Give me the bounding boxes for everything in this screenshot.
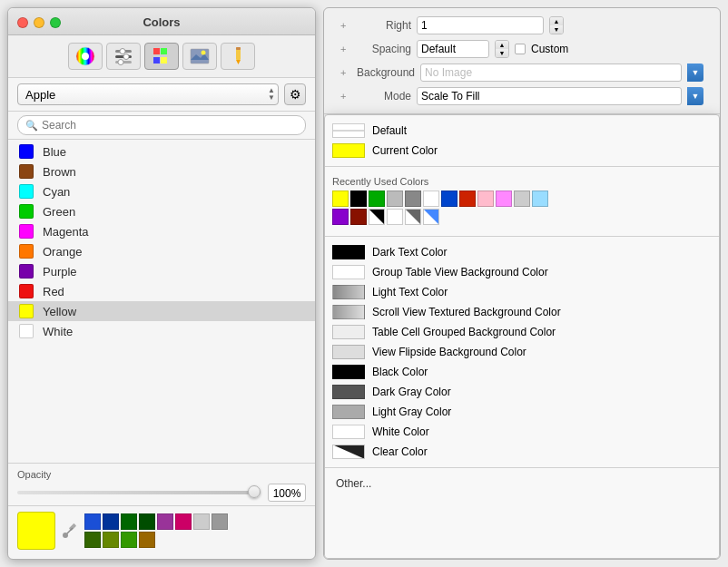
background-value[interactable]: No Image <box>420 64 682 82</box>
palette-select[interactable]: Apple <box>17 83 279 105</box>
opacity-thumb[interactable] <box>248 485 261 498</box>
spacing-value[interactable]: Default <box>417 40 489 58</box>
color-list-item[interactable]: Green <box>8 201 315 221</box>
menu-item-system-color[interactable]: Light Gray Color <box>325 402 719 422</box>
recent-swatch-lightblue[interactable] <box>532 191 548 207</box>
menu-item-system-color[interactable]: Dark Gray Color <box>325 382 719 402</box>
recent-swatch-white2[interactable] <box>387 209 403 225</box>
system-color-name: View Flipside Background Color <box>372 346 526 358</box>
right-step-up[interactable]: ▲ <box>550 17 563 25</box>
palette-swatch[interactable] <box>84 513 101 530</box>
swatches-row <box>17 512 306 550</box>
palette-select-wrapper[interactable]: Apple ▲ ▼ <box>17 83 279 105</box>
recently-used-section: Recently Used Colors <box>325 172 719 230</box>
recent-swatch-gray[interactable] <box>405 191 421 207</box>
recent-swatch-diag1[interactable] <box>369 209 385 225</box>
right-step-down[interactable]: ▼ <box>550 25 563 34</box>
palette-swatch[interactable] <box>175 513 192 530</box>
recent-swatch-purple[interactable] <box>332 209 349 225</box>
tab-sliders[interactable] <box>106 43 141 70</box>
expand-right[interactable]: + <box>340 20 351 31</box>
menu-item-system-color[interactable]: Light Text Color <box>325 282 719 302</box>
palette-swatch[interactable] <box>103 513 119 530</box>
spacing-stepper[interactable]: ▲ ▼ <box>495 40 509 58</box>
color-name: Orange <box>43 245 82 259</box>
color-list-item[interactable]: Red <box>8 281 315 301</box>
menu-item-current-color[interactable]: Current Color <box>325 141 719 161</box>
tab-pencil[interactable] <box>221 43 255 70</box>
divider-1 <box>325 166 719 167</box>
custom-checkbox[interactable] <box>515 44 526 54</box>
color-list-item[interactable]: Brown <box>8 161 315 181</box>
right-stepper[interactable]: ▲ ▼ <box>549 16 564 34</box>
svg-point-14 <box>202 51 206 55</box>
menu-item-default[interactable]: Default <box>325 121 719 141</box>
right-panel: + Right 1 ▲ ▼ + Spacing Default ▲ ▼ Cust… <box>323 7 721 560</box>
recent-swatch-blue[interactable] <box>441 191 457 207</box>
menu-item-system-color[interactable]: Scroll View Textured Background Color <box>325 302 719 322</box>
palette-swatch[interactable] <box>121 513 137 530</box>
recent-swatch-cornblue[interactable] <box>423 209 439 225</box>
tab-wheel[interactable] <box>68 43 103 70</box>
recent-swatch-yellow[interactable] <box>332 191 349 207</box>
palette-swatch[interactable] <box>212 513 228 530</box>
gear-button[interactable]: ⚙ <box>284 83 306 105</box>
recent-swatch-green[interactable] <box>369 191 385 207</box>
menu-item-system-color[interactable]: White Color <box>325 422 719 442</box>
color-list-item[interactable]: Blue <box>8 142 315 161</box>
palette-swatch[interactable] <box>139 513 155 530</box>
palette-swatch[interactable] <box>84 532 101 548</box>
spacing-step-down[interactable]: ▼ <box>496 49 508 57</box>
recent-swatch-lightgray[interactable] <box>387 191 403 207</box>
minimize-button[interactable] <box>34 17 44 28</box>
color-list-item[interactable]: Yellow <box>8 301 315 321</box>
menu-item-system-color[interactable]: Group Table View Background Color <box>325 262 719 282</box>
mode-value[interactable]: Scale To Fill <box>417 87 682 105</box>
palette-swatch[interactable] <box>103 532 119 548</box>
close-button[interactable] <box>17 17 28 28</box>
expand-mode[interactable]: + <box>340 91 351 102</box>
menu-item-system-color[interactable]: Clear Color <box>325 442 719 462</box>
eyedropper-button[interactable] <box>59 520 81 542</box>
right-value[interactable]: 1 <box>417 16 544 34</box>
opacity-slider-track <box>17 491 261 494</box>
recent-swatch-darkred[interactable] <box>350 209 367 225</box>
expand-spacing[interactable]: + <box>340 44 351 54</box>
recent-swatch-diag2[interactable] <box>405 209 421 225</box>
mode-dropdown-arrow[interactable]: ▼ <box>687 87 703 105</box>
search-input[interactable] <box>42 119 298 132</box>
menu-item-system-color[interactable]: Dark Text Color <box>325 242 719 262</box>
current-color-menu-swatch <box>332 143 365 158</box>
recent-swatch-pink[interactable] <box>477 191 494 207</box>
recent-swatch-silver[interactable] <box>514 191 530 207</box>
spacing-step-up[interactable]: ▲ <box>496 41 508 49</box>
palette-swatch[interactable] <box>121 532 137 548</box>
tab-palettes[interactable] <box>144 43 179 70</box>
background-dropdown-arrow[interactable]: ▼ <box>687 64 703 82</box>
color-list-item[interactable]: Orange <box>8 241 315 261</box>
color-swatch <box>19 284 34 298</box>
menu-item-system-color[interactable]: Black Color <box>325 362 719 382</box>
color-list-item[interactable]: Magenta <box>8 221 315 241</box>
expand-background[interactable]: + <box>340 67 351 78</box>
recent-swatch-black[interactable] <box>350 191 367 207</box>
color-list-item[interactable]: White <box>8 321 315 341</box>
menu-item-system-color[interactable]: Table Cell Grouped Background Color <box>325 322 719 342</box>
recent-swatch-magenta[interactable] <box>496 191 512 207</box>
palette-swatch[interactable] <box>193 513 210 530</box>
color-list-item[interactable]: Purple <box>8 261 315 281</box>
recent-swatch-red[interactable] <box>459 191 476 207</box>
palette-swatch[interactable] <box>139 532 155 548</box>
inspector-row-mode: + Mode Scale To Fill ▼ <box>333 84 711 108</box>
current-color-swatch[interactable] <box>17 512 55 550</box>
recently-used-label: Recently Used Colors <box>332 176 712 187</box>
palette-swatch[interactable] <box>157 513 173 530</box>
swatch-palette <box>84 513 306 548</box>
menu-item-other[interactable]: Other... <box>325 474 719 494</box>
inspector-row-spacing: + Spacing Default ▲ ▼ Custom <box>333 37 711 61</box>
tab-image[interactable] <box>182 43 217 70</box>
maximize-button[interactable] <box>50 17 61 28</box>
menu-item-system-color[interactable]: View Flipside Background Color <box>325 342 719 362</box>
color-list-item[interactable]: Cyan <box>8 181 315 201</box>
recent-swatch-white[interactable] <box>423 191 439 207</box>
